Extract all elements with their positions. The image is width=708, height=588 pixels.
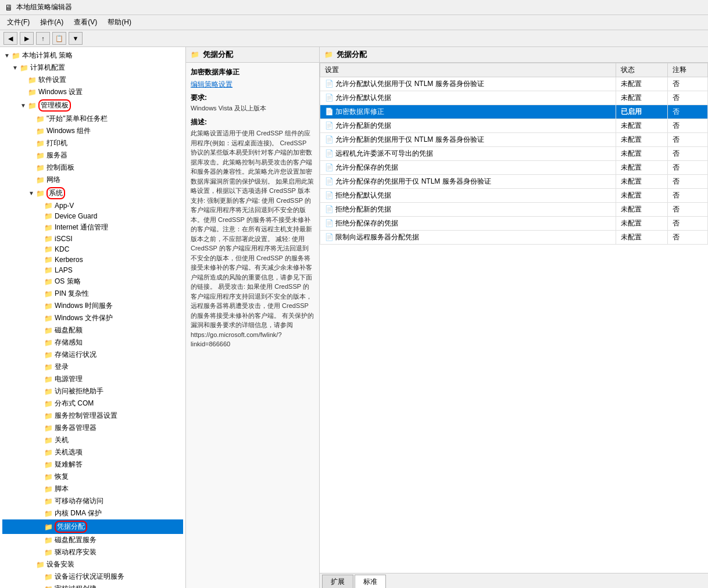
folder-icon: 📁 [44,375,53,383]
tree-item-device-install[interactable]: 📁设备安装 [2,558,183,571]
col-note[interactable]: 注释 [668,63,708,77]
tree-item-pin-complexity[interactable]: 📁PIN 复杂性 [2,288,183,300]
tree-item-disk-config-service[interactable]: 📁磁盘配置服务 [2,534,183,546]
tree-item-audit-create[interactable]: 📁审核过程创建 [2,583,183,588]
tree-item-login[interactable]: 📁登录 [2,361,183,373]
table-row[interactable]: 📄 允许分配默认凭据用于仅 NTLM 服务器身份验证未配置否 [320,77,708,91]
table-row[interactable]: 📄 加密数据库修正已启用否 [320,105,708,119]
tree-item-removable-storage[interactable]: 📁可移动存储访问 [2,495,183,507]
tree-item-windows-file[interactable]: 📁Windows 文件保护 [2,312,183,324]
policy-icon: 📄 [325,149,335,157]
table-row[interactable]: 📄 允许分配新的凭据用于仅 NTLM 服务器身份验证未配置否 [320,133,708,147]
policy-name: 📄 允许分配新的凭据 [320,119,616,133]
tree-item-storage-status[interactable]: 📁存储运行状况 [2,349,183,361]
tree-item-computer-config[interactable]: ▼📁计算机配置 [2,62,183,74]
tree-item-server[interactable]: 📁服务器 [2,149,183,162]
table-row[interactable]: 📄 拒绝分配默认凭据未配置否 [320,189,708,203]
tree-item-root[interactable]: ▼📁本地计算机 策略 [2,49,183,62]
tree-item-start-menu[interactable]: 📁"开始"菜单和任务栏 [2,113,183,125]
tree-item-network[interactable]: 📁网络 [2,174,183,186]
policy-icon: 📄 [325,205,335,213]
tree-item-shutdown-options[interactable]: 📁关机选项 [2,446,183,458]
toolbar-filter-button[interactable]: ▼ [69,32,83,45]
tree-item-label: 存储运行状况 [55,350,96,360]
tree-item-laps[interactable]: 📁LAPS [2,265,183,275]
table-row[interactable]: 📄 远程机允许委派不可导出的凭据未配置否 [320,147,708,161]
expand-icon[interactable]: ▼ [2,52,12,59]
folder-icon: 📁 [44,449,53,457]
table-row[interactable]: 📄 允许分配新的凭据未配置否 [320,119,708,133]
tree-item-dma-protect[interactable]: 📁内核 DMA 保护 [2,507,183,519]
tree-item-scripts[interactable]: 📁脚本 [2,483,183,495]
tree-item-service-mgr[interactable]: 📁服务器管理器 [2,422,183,434]
tree-item-kdc[interactable]: 📁KDC [2,244,183,254]
tree-item-credential-delegation[interactable]: 📁凭据分配 [2,519,183,534]
tree-item-driver-install[interactable]: 📁驱动程序安装 [2,546,183,558]
tree-item-label: 电源管理 [55,374,83,384]
policy-table-container: 设置 状态 注释 📄 允许分配默认凭据用于仅 NTLM 服务器身份验证未配置否📄… [320,63,708,573]
folder-icon: 📁 [44,497,53,505]
policy-name-text: 拒绝分配新的凭据 [335,205,391,213]
expand-icon[interactable]: ▼ [19,102,28,109]
policy-name: 📄 远程机允许委派不可导出的凭据 [320,147,616,161]
folder-icon: 📁 [44,536,53,544]
toolbar-show-button[interactable]: 📋 [52,32,66,45]
table-row[interactable]: 📄 拒绝分配保存的凭据未配置否 [320,217,708,231]
tree-item-recovery[interactable]: 📁恢复 [2,471,183,483]
menu-item[interactable]: 文件(F) [2,16,34,28]
folder-icon: 📁 [36,176,45,184]
table-row[interactable]: 📄 拒绝分配新的凭据未配置否 [320,203,708,217]
tree-item-software-settings[interactable]: 📁软件设置 [2,74,183,86]
tree-item-printers[interactable]: 📁打印机 [2,137,183,149]
policy-note: 否 [668,161,708,175]
tree-item-system[interactable]: ▼📁系统 [2,186,183,200]
tree-item-label: 磁盘配额 [55,325,83,335]
tree-item-disk-quota[interactable]: 📁磁盘配额 [2,324,183,336]
tab-标准[interactable]: 标准 [355,575,386,588]
tree-item-admin-templates[interactable]: ▼📁管理模板 [2,98,183,113]
tree-item-internet-mgmt[interactable]: 📁Internet 通信管理 [2,221,183,234]
toolbar-forward-button[interactable]: ▶ [20,32,34,45]
edit-policy-link[interactable]: 编辑策略设置 [191,80,233,88]
folder-icon: 📁 [36,115,45,123]
expand-icon[interactable]: ▼ [10,64,20,71]
menu-bar: 文件(F)操作(A)查看(V)帮助(H) [0,15,708,30]
tree-item-windows-time[interactable]: 📁Windows 时间服务 [2,300,183,312]
menu-item[interactable]: 帮助(H) [103,16,136,28]
tree-item-service-control[interactable]: 📁服务控制管理器设置 [2,410,183,422]
folder-icon: 📁 [44,351,53,359]
tree-item-kerberos[interactable]: 📁Kerberos [2,254,183,265]
tree-item-shutdown[interactable]: 📁关机 [2,434,183,446]
table-row[interactable]: 📄 允许分配默认凭据未配置否 [320,91,708,105]
tree-item-control-panel[interactable]: 📁控制面板 [2,162,183,174]
table-row[interactable]: 📄 限制向远程服务器分配凭据未配置否 [320,231,708,245]
tree-item-windows-settings[interactable]: 📁Windows 设置 [2,86,183,98]
tree-item-label: 疑难解答 [55,460,83,469]
right-pane-wrapper: 📁 凭据分配 设置 状态 注释 📄 允许分配默认凭据用于仅 NTLM 服务器身份… [320,47,708,588]
policy-note: 否 [668,77,708,91]
toolbar-up-button[interactable]: ↑ [36,32,50,45]
tree-item-power-mgmt[interactable]: 📁电源管理 [2,373,183,385]
expand-icon[interactable]: ▼ [27,190,36,196]
tree-item-troubleshoot[interactable]: 📁疑难解答 [2,458,183,471]
tab-扩展[interactable]: 扩展 [322,575,353,588]
toolbar-back-button[interactable]: ◀ [3,32,17,45]
tree-item-access-denied[interactable]: 📁访问被拒绝助手 [2,385,183,397]
tree-item-iscsi[interactable]: 📁iSCSI [2,234,183,244]
menu-item[interactable]: 操作(A) [35,16,68,28]
policy-icon: 📄 [325,163,335,171]
policy-icon: 📄 [325,177,335,185]
tree-item-windows-components[interactable]: 📁Windows 组件 [2,125,183,137]
table-row[interactable]: 📄 允许分配保存的凭据未配置否 [320,161,708,175]
tree-item-appv[interactable]: 📁App-V [2,200,183,211]
col-status[interactable]: 状态 [616,63,667,77]
tree-item-device-guard[interactable]: 📁Device Guard [2,211,183,221]
col-setting[interactable]: 设置 [320,63,616,77]
tree-item-storage-sense[interactable]: 📁存储感知 [2,336,183,349]
tree-item-os-policy[interactable]: 📁OS 策略 [2,275,183,288]
folder-icon: 📁 [36,561,45,569]
tree-item-device-status[interactable]: 📁设备运行状况证明服务 [2,571,183,583]
menu-item[interactable]: 查看(V) [69,16,102,28]
tree-item-distributed-com[interactable]: 📁分布式 COM [2,397,183,410]
table-row[interactable]: 📄 允许分配保存的凭据用于仅 NTLM 服务器身份验证未配置否 [320,175,708,189]
